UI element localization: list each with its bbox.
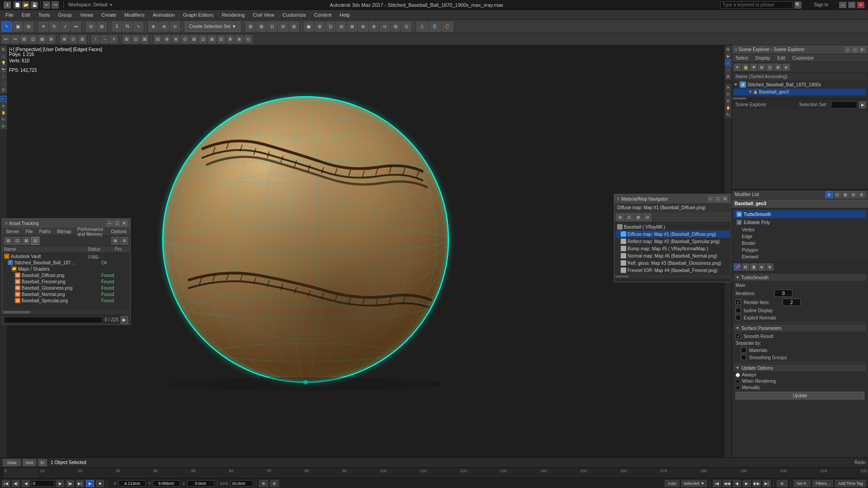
ts-always-radio[interactable] <box>736 373 740 377</box>
tb-manip2[interactable]: ⊠ <box>256 22 266 32</box>
bc-next-frame[interactable]: ▶ <box>56 480 64 487</box>
vrt-zoom-out[interactable]: ⊖ <box>725 91 731 97</box>
at-tb4[interactable]: ⊟ <box>31 237 39 245</box>
status-sets-btn[interactable]: Sets <box>23 459 36 466</box>
rs-play1[interactable]: |◀ <box>713 480 721 487</box>
tb3[interactable]: 3 <box>112 22 122 32</box>
menu-graph-editors[interactable]: Graph Editors <box>179 11 217 19</box>
menu-civil-view[interactable]: Civil View <box>249 11 278 19</box>
ts-surface-header[interactable]: ▼ Surface Parameters <box>734 324 866 332</box>
mod-down[interactable]: ⊗ <box>766 263 774 271</box>
tb-scale2[interactable]: ⤡ <box>133 22 143 32</box>
tb-misc8[interactable]: ⊞ <box>190 35 198 43</box>
tb-manip3[interactable]: ⊡ <box>267 22 277 32</box>
ls-cameras[interactable]: 📷 <box>0 66 7 73</box>
se-tb5[interactable]: ⊡ <box>766 64 774 71</box>
mod-up[interactable]: ⊕ <box>758 263 765 271</box>
status-state-btn[interactable]: State <box>3 459 21 466</box>
rotate-btn[interactable]: ↻ <box>49 22 59 32</box>
quick-access-open[interactable]: 📂 <box>22 1 29 9</box>
rs-play3[interactable]: ◀ <box>733 480 741 487</box>
at-menu-server[interactable]: Server <box>4 229 21 235</box>
at-row-vault[interactable]: V Autodesk Vault Logg... <box>2 253 130 259</box>
grid-input[interactable] <box>231 480 253 487</box>
menu-content[interactable]: Content <box>311 11 335 19</box>
se-min-btn[interactable]: ─ <box>844 47 851 53</box>
tb-render3[interactable]: C <box>442 22 453 32</box>
tb-view2[interactable]: ⊙ <box>69 35 77 43</box>
at-row-mainfile[interactable]: F Stitched_Baseball_Ball_1870_1900s_max_… <box>2 259 130 266</box>
tb-s2[interactable]: ↪ <box>11 35 19 43</box>
mn-item-fresnel[interactable]: Fresnel IOR: Map #4 (Baseball_Fresnel.pn… <box>615 267 730 274</box>
menu-animation[interactable]: Animation <box>149 11 179 19</box>
set-key-btn[interactable]: Set K. <box>793 480 811 487</box>
ls-create[interactable]: ⊞ <box>0 46 7 52</box>
se-tree-item-child[interactable]: 👁 🔓 Baseball_geo3 <box>734 89 866 95</box>
mod-tab-hierarchy[interactable]: ⊠ <box>842 191 849 198</box>
vrt-orbit[interactable]: ↻ <box>725 111 731 117</box>
rs-play5[interactable]: ▶| <box>763 480 771 487</box>
ls-pan[interactable]: ✋ <box>0 109 7 116</box>
mn-item-gloss[interactable]: Refl. gloss: Map #3 (Baseball_Glossiness… <box>615 259 730 267</box>
vrt-pan[interactable]: ✋ <box>725 104 731 111</box>
timeline-ruler[interactable]: 0 10 20 30 40 50 60 70 80 90 100 110 120… <box>4 468 868 478</box>
quick-access-save[interactable]: 💾 <box>31 1 38 9</box>
tb-manip5[interactable]: ⊞ <box>289 22 299 32</box>
tb-view3[interactable]: ⊞ <box>78 35 86 43</box>
menu-tools[interactable]: Tools <box>35 11 54 19</box>
ts-when-rendering-radio[interactable] <box>736 379 740 384</box>
at-row-fresnel[interactable]: 🖼 Baseball_Fresnel.png Found <box>2 278 130 285</box>
se-tree-item-root[interactable]: ▼ ⊞ Stitched_Baseball_Ball_1870_1900s <box>734 80 866 89</box>
search-input[interactable] <box>720 1 793 9</box>
at-menu-bitmap[interactable]: Bitmap <box>55 229 73 235</box>
mn-scrollbar-thumb[interactable] <box>615 276 629 277</box>
select-btn[interactable]: ↖ <box>2 22 12 32</box>
tb-m5[interactable]: ⊠ <box>347 22 357 32</box>
mn-min-btn[interactable]: ─ <box>708 196 714 202</box>
tb-snap3[interactable]: ⊙ <box>170 22 180 32</box>
mn-tb3[interactable]: ⊠ <box>634 213 642 221</box>
tb-m7[interactable]: ⊕ <box>369 22 379 32</box>
ts-explicit-cb[interactable] <box>736 315 741 320</box>
tb-misc5[interactable]: ⊕ <box>163 35 171 43</box>
ts-iter-input[interactable] <box>774 290 793 297</box>
status-er-btn[interactable]: Er <box>38 459 47 466</box>
bc-current-frame[interactable] <box>32 480 54 487</box>
tb-m8[interactable]: ⊙ <box>380 22 390 32</box>
ts-update-btn[interactable]: Update <box>736 392 864 399</box>
tb-m2[interactable]: ⊞ <box>315 22 325 32</box>
menu-modifiers[interactable]: Modifiers <box>121 11 148 19</box>
mn-item-root[interactable]: Baseball ( VRayMtl ) <box>615 223 730 230</box>
ls-lights[interactable]: 💡 <box>0 60 7 66</box>
add-time-tag-btn[interactable]: Add Time Tag <box>835 480 866 487</box>
mod-editablepoly[interactable]: ⊡ Editable Poly <box>734 218 866 226</box>
bc-prev-frame[interactable]: ◀ <box>22 480 30 487</box>
coord-x-val[interactable]: :4.113cm <box>118 480 146 487</box>
mod-tab-display[interactable]: ⊕ <box>858 191 865 198</box>
bc-stop[interactable]: ■ <box>96 480 104 487</box>
ts-manually-radio[interactable] <box>736 385 740 390</box>
align-view-btn[interactable]: ⊞ <box>97 22 107 32</box>
tb-misc9[interactable]: ⊡ <box>199 35 207 43</box>
mod-element[interactable]: Element <box>734 253 866 260</box>
ts-smooth-cb[interactable] <box>736 333 741 339</box>
ls-helpers[interactable]: + <box>0 73 7 80</box>
se-max-btn[interactable]: □ <box>852 47 858 53</box>
search-btn[interactable]: 🔍 <box>794 1 802 9</box>
tb-misc6[interactable]: ⊗ <box>172 35 180 43</box>
tb-m6[interactable]: ⊗ <box>358 22 368 32</box>
vrt-zoom-fit[interactable]: ⊗ <box>725 98 731 104</box>
tb-misc11[interactable]: ⊟ <box>217 35 225 43</box>
snap-btn2[interactable]: ⊗ <box>270 480 279 487</box>
mod-tab-modify[interactable]: ⊡ <box>834 191 841 198</box>
tb-render2[interactable]: B <box>429 22 441 32</box>
menu-customize[interactable]: Customize <box>279 11 310 19</box>
mn-item-bump[interactable]: Bump map: Map #5 ( VRayNormalMap ) <box>615 245 730 252</box>
status-redo[interactable]: Redo <box>854 460 865 465</box>
mn-item-reflect[interactable]: Reflect map: Map #2 (Baseball_Specular.p… <box>615 238 730 245</box>
menu-help[interactable]: Help <box>336 11 354 19</box>
mn-max-btn[interactable]: □ <box>715 196 721 202</box>
tb-m3[interactable]: ⊡ <box>326 22 335 32</box>
tb-misc3[interactable]: ⊠ <box>141 35 149 43</box>
ts-isoline-cb[interactable] <box>736 308 741 313</box>
